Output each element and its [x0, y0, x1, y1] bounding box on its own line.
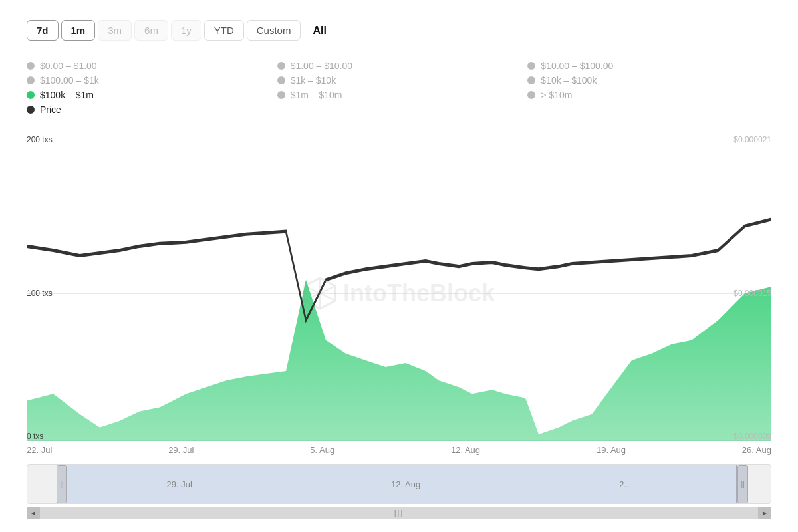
scroll-left-arrow[interactable]: ◄ — [27, 507, 40, 519]
legend-item-7[interactable]: $1m – $10m — [277, 90, 521, 100]
time-range-selector: 7d 1m 3m 6m 1y YTD Custom All — [27, 20, 771, 41]
chart-wrapper: 200 txs $0.000021 IntoTheBlock — [27, 135, 771, 519]
btn-1y[interactable]: 1y — [171, 20, 201, 41]
legend-item-5[interactable]: $10k – $100k — [527, 75, 771, 86]
btn-6m[interactable]: 6m — [134, 20, 168, 41]
legend-item-3[interactable]: $100.00 – $1k — [27, 75, 271, 86]
legend-label-4: $1k – $10k — [291, 75, 336, 86]
x-label-3: 12. Aug — [451, 445, 480, 455]
legend-dot-7 — [277, 91, 285, 99]
x-label-2: 5. Aug — [310, 445, 334, 455]
legend-item-1[interactable]: $1.00 – $10.00 — [277, 61, 521, 71]
x-label-0: 22. Jul — [27, 445, 52, 455]
range-selector[interactable]: || || 29. Jul 12. Aug 2... — [27, 464, 771, 504]
legend-dot-0 — [27, 62, 35, 70]
legend-item-2[interactable]: $10.00 – $100.00 — [527, 61, 771, 71]
legend-label-8: > $10m — [541, 90, 572, 100]
btn-1m[interactable]: 1m — [61, 20, 96, 41]
green-area — [27, 280, 771, 441]
legend-item-price[interactable]: Price — [27, 104, 271, 115]
chart-legend: $0.00 – $1.00 $1.00 – $10.00 $10.00 – $1… — [27, 61, 771, 115]
legend-dot-6 — [27, 91, 35, 99]
legend-label-price: Price — [40, 104, 61, 115]
legend-dot-5 — [527, 76, 535, 84]
x-label-1: 29. Jul — [168, 445, 194, 455]
range-selected-area — [61, 465, 737, 503]
legend-label-7: $1m – $10m — [291, 90, 342, 100]
scroll-bar[interactable]: ◄ ||| ► — [27, 507, 771, 519]
legend-label-6: $100k – $1m — [40, 90, 94, 100]
btn-ytd[interactable]: YTD — [204, 20, 244, 41]
main-container: 7d 1m 3m 6m 1y YTD Custom All $0.00 – $1… — [0, 0, 798, 532]
legend-label-3: $100.00 – $1k — [40, 75, 99, 86]
legend-item-8[interactable]: > $10m — [527, 90, 771, 100]
y-top-left: 200 txs — [27, 135, 53, 144]
btn-7d[interactable]: 7d — [27, 20, 59, 41]
btn-3m[interactable]: 3m — [98, 20, 132, 41]
y-top-right: $0.000021 — [733, 135, 771, 144]
legend-dot-price — [27, 106, 35, 114]
btn-custom[interactable]: Custom — [247, 20, 301, 41]
legend-dot-8 — [527, 91, 535, 99]
legend-dot-4 — [277, 76, 285, 84]
legend-item-4[interactable]: $1k – $10k — [277, 75, 521, 86]
price-line — [27, 219, 771, 320]
legend-label-0: $0.00 – $1.00 — [40, 61, 97, 71]
legend-item-6[interactable]: $100k – $1m — [27, 90, 271, 100]
legend-label-5: $10k – $100k — [541, 75, 597, 86]
legend-item-0[interactable]: $0.00 – $1.00 — [27, 61, 271, 71]
main-chart-svg — [27, 146, 771, 441]
legend-label-1: $1.00 – $10.00 — [291, 61, 352, 71]
btn-all[interactable]: All — [303, 21, 335, 41]
range-handle-left[interactable]: || — [57, 465, 67, 503]
x-label-5: 26. Aug — [742, 445, 771, 455]
legend-dot-3 — [27, 76, 35, 84]
legend-dot-1 — [277, 62, 285, 70]
chart-area: IntoTheBlock 10 — [27, 146, 771, 441]
range-handle-right[interactable]: || — [737, 465, 748, 503]
legend-label-2: $10.00 – $100.00 — [541, 61, 613, 71]
scroll-thumb: ||| — [394, 509, 404, 517]
x-axis: 22. Jul 29. Jul 5. Aug 12. Aug 19. Aug 2… — [27, 441, 771, 455]
x-label-4: 19. Aug — [597, 445, 626, 455]
scroll-right-arrow[interactable]: ► — [758, 507, 771, 519]
legend-dot-2 — [527, 62, 535, 70]
scroll-track[interactable]: ||| — [40, 507, 758, 519]
